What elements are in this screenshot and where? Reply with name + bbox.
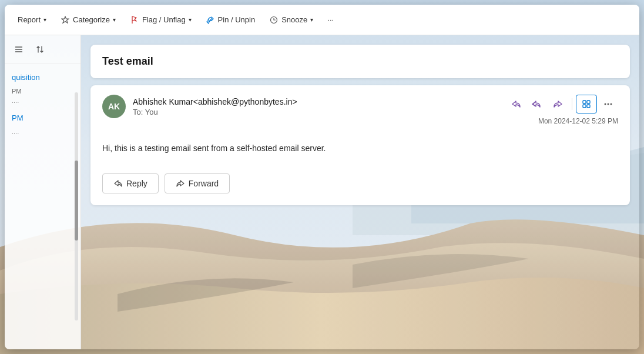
email-date: Mon 2024-12-02 5:29 PM — [538, 117, 618, 125]
svg-rect-7 — [587, 101, 590, 103]
svg-point-12 — [611, 103, 612, 105]
email-reply-row: Reply Forward — [102, 173, 618, 193]
svg-rect-9 — [587, 105, 590, 108]
flag-icon — [130, 15, 139, 25]
toolbar: Report ▾ Categorize ▾ Flag / Unflag ▾ — [5, 5, 639, 35]
email-header: AK Abhishek Kumar<abhishek@pythonbytes.i… — [102, 95, 618, 125]
email-header-right: Mon 2024-12-02 5:29 PM — [506, 95, 618, 125]
snooze-label: Snooze — [281, 15, 307, 24]
email-body-text: Hi, this is a testing email sent from a … — [102, 142, 618, 155]
pin-button[interactable]: Pin / Unpin — [200, 12, 261, 28]
sender-to: To: You — [133, 108, 297, 116]
more-options-button[interactable]: ··· — [321, 12, 340, 28]
flag-button[interactable]: Flag / Unflag ▾ — [124, 12, 197, 28]
sidebar-item1-preview: .... — [5, 96, 80, 109]
sender-info: Abhishek Kumar<abhishek@pythonbytes.in> … — [133, 97, 297, 116]
app-container: Report ▾ Categorize ▾ Flag / Unflag ▾ — [5, 5, 639, 349]
forward-btn-icon — [176, 179, 185, 188]
flag-chevron-icon: ▾ — [189, 16, 192, 23]
sidebar-item1-time: PM — [5, 86, 80, 96]
sender-name: Abhishek Kumar<abhishek@pythonbytes.in> — [133, 97, 297, 106]
email-body: Hi, this is a testing email sent from a … — [102, 132, 618, 164]
reply-icon — [511, 99, 521, 109]
svg-rect-6 — [583, 101, 586, 103]
sidebar-item2-preview: .... — [5, 127, 80, 140]
report-label: Report — [18, 15, 41, 24]
email-main: Test email AK Abhishek Kumar<abhishek@py… — [81, 35, 639, 349]
filter-icon — [14, 45, 24, 54]
report-button[interactable]: Report ▾ — [12, 12, 52, 28]
forward-icon — [553, 99, 564, 109]
scrollbar-track[interactable] — [75, 92, 78, 321]
reply-button-label: Reply — [126, 179, 147, 188]
snooze-button[interactable]: Snooze ▾ — [263, 12, 319, 28]
categorize-icon — [61, 15, 70, 25]
grid-icon — [581, 99, 592, 109]
avatar: AK — [102, 95, 126, 118]
forward-button-label: Forward — [189, 179, 219, 188]
svg-rect-8 — [583, 105, 586, 108]
sender-group: AK Abhishek Kumar<abhishek@pythonbytes.i… — [102, 95, 297, 118]
pin-icon — [206, 15, 215, 25]
reply-all-icon-button[interactable] — [527, 95, 547, 113]
content-area: quisition PM .... PM .... Test email — [5, 35, 639, 349]
email-subject: Test email — [102, 55, 153, 67]
more-dots-icon — [603, 99, 613, 109]
svg-point-11 — [608, 103, 609, 105]
forward-icon-button[interactable] — [548, 95, 568, 113]
filter-button[interactable] — [12, 42, 26, 56]
categorize-label: Categorize — [73, 15, 110, 24]
sender-name-text: Abhishek Kumar — [133, 97, 193, 106]
action-separator — [572, 98, 572, 110]
snooze-chevron-icon: ▾ — [310, 16, 313, 23]
report-chevron-icon: ▾ — [43, 16, 46, 23]
snooze-icon — [269, 15, 279, 25]
sidebar-top-bar — [5, 35, 80, 64]
sidebar-list: quisition PM .... PM .... — [5, 64, 80, 349]
svg-point-10 — [605, 103, 606, 105]
sender-email-text: <abhishek@pythonbytes.in> — [193, 97, 297, 106]
sidebar-item-2[interactable]: PM — [5, 109, 80, 127]
categorize-button[interactable]: Categorize ▾ — [55, 12, 122, 28]
more-options-label: ··· — [327, 15, 334, 24]
scrollbar-thumb — [75, 161, 78, 241]
sort-button[interactable] — [33, 42, 47, 56]
forward-button[interactable]: Forward — [165, 173, 230, 193]
flag-label: Flag / Unflag — [142, 15, 186, 24]
reply-icon-button[interactable] — [506, 95, 526, 113]
reply-btn-icon — [113, 179, 123, 188]
grid-view-button[interactable] — [576, 95, 597, 113]
email-subject-card: Test email — [90, 45, 630, 78]
pin-label: Pin / Unpin — [218, 15, 256, 24]
email-action-row — [506, 95, 618, 113]
reply-all-icon — [532, 99, 542, 109]
reply-button[interactable]: Reply — [102, 173, 159, 193]
email-more-button[interactable] — [598, 95, 618, 113]
email-content-card: AK Abhishek Kumar<abhishek@pythonbytes.i… — [90, 85, 630, 205]
sidebar: quisition PM .... PM .... — [5, 35, 81, 349]
sort-icon — [35, 45, 45, 54]
sidebar-item-acquisition[interactable]: quisition — [5, 68, 80, 86]
categorize-chevron-icon: ▾ — [113, 16, 116, 23]
